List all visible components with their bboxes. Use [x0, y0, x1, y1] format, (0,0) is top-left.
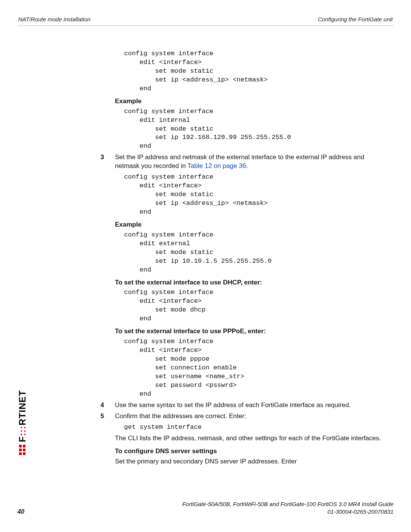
svg-rect-3: [23, 452, 25, 455]
dns-text: Set the primary and secondary DNS server…: [115, 457, 386, 466]
example-heading-1: Example: [115, 97, 386, 106]
footer-right: FortiGate-50A/50B, FortiWiFi-50B and For…: [182, 500, 393, 515]
svg-rect-5: [23, 445, 25, 447]
footer-line-1: FortiGate-50A/50B, FortiWiFi-50B and For…: [182, 500, 393, 508]
header-right: Configuring the FortiGate unit: [318, 16, 393, 22]
step-5: 5 Confirm that the addresses are correct…: [115, 412, 386, 421]
step-number-4: 4: [100, 401, 104, 410]
document-page: NAT/Route mode installation Configuring …: [0, 0, 411, 532]
svg-text::::: :::: [17, 426, 27, 436]
svg-rect-0: [19, 452, 22, 455]
code-block-3: config system interface edit <interface>…: [124, 173, 386, 217]
fortinet-logo-icon: F ::: RTINET: [15, 383, 30, 455]
footer-line-2: 01-30004-0265-20070831: [182, 508, 393, 516]
svg-rect-1: [19, 449, 22, 451]
page-header: NAT/Route mode installation Configuring …: [18, 16, 393, 26]
example-heading-2: Example: [115, 220, 386, 229]
code-block-1: config system interface edit <interface>…: [124, 50, 386, 93]
step-3: 3 Set the IP address and netmask of the …: [115, 153, 386, 171]
code-block-6: config system interface edit <interface>…: [124, 337, 386, 399]
svg-rect-2: [19, 445, 22, 447]
svg-rect-4: [23, 449, 25, 451]
code-block-7: get system interface: [124, 423, 386, 432]
svg-text:RTINET: RTINET: [17, 390, 27, 425]
step-number-5: 5: [100, 412, 104, 421]
header-left: NAT/Route mode installation: [18, 16, 91, 22]
code-block-2: config system interface edit internal se…: [124, 107, 386, 151]
step-4: 4 Use the same syntax to set the IP addr…: [115, 401, 386, 410]
step-number-3: 3: [100, 153, 104, 162]
step-4-text: Use the same syntax to set the IP addres…: [115, 401, 351, 409]
step-5-text: Confirm that the addresses are correct. …: [115, 412, 246, 420]
cross-ref-link[interactable]: Table 12 on page 36: [188, 162, 246, 169]
dns-heading: To configure DNS server settings: [115, 447, 386, 456]
page-number: 40: [18, 508, 24, 515]
svg-text:F: F: [17, 436, 27, 442]
step-3-text-b: .: [246, 162, 248, 169]
page-content: config system interface edit <interface>…: [18, 26, 393, 466]
dhcp-heading: To set the external interface to use DHC…: [115, 278, 386, 287]
cli-description: The CLI lists the IP address, netmask, a…: [115, 434, 386, 443]
code-block-5: config system interface edit <interface>…: [124, 288, 386, 323]
pppoe-heading: To set the external interface to use PPP…: [115, 327, 386, 336]
code-block-4: config system interface edit external se…: [124, 231, 386, 275]
